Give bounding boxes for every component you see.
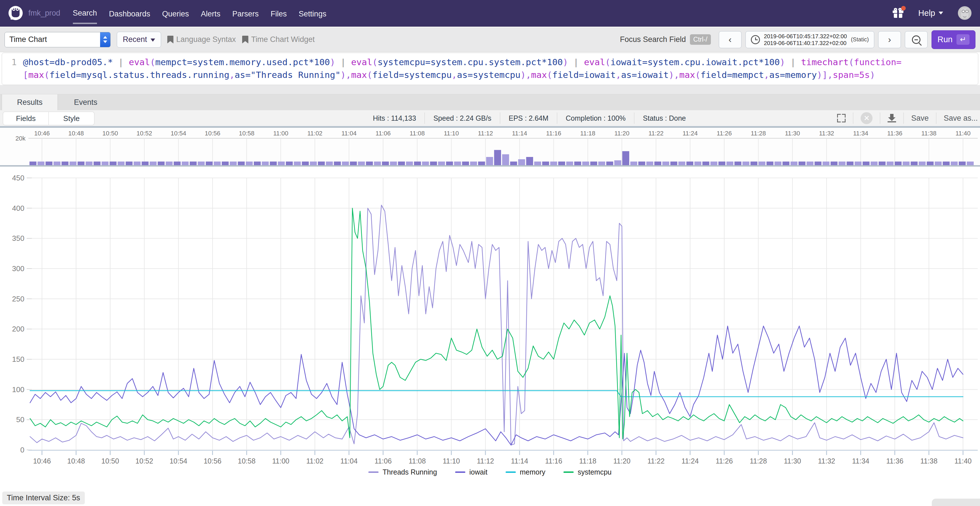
- histogram-bar[interactable]: [366, 162, 373, 165]
- histogram-bar[interactable]: [430, 162, 437, 165]
- histogram-bar[interactable]: [326, 162, 333, 165]
- nav-item-parsers[interactable]: Parsers: [232, 3, 259, 24]
- histogram-bar[interactable]: [943, 162, 950, 165]
- histogram-bar[interactable]: [638, 162, 645, 165]
- download-icon[interactable]: [888, 114, 896, 122]
- whats-new-gift-icon[interactable]: [892, 8, 904, 18]
- repository-name[interactable]: fmk_prod: [29, 9, 60, 17]
- histogram-bar[interactable]: [182, 162, 189, 165]
- histogram-bar[interactable]: [879, 162, 886, 165]
- histogram-bar[interactable]: [214, 162, 221, 165]
- histogram-bar[interactable]: [438, 162, 445, 165]
- histogram-bar[interactable]: [727, 162, 733, 165]
- histogram-bar[interactable]: [30, 162, 37, 165]
- histogram-bar[interactable]: [238, 162, 245, 165]
- histogram-bar[interactable]: [518, 159, 525, 165]
- histogram-bar[interactable]: [158, 162, 165, 165]
- histogram-bar[interactable]: [759, 162, 765, 165]
- histogram-bar[interactable]: [847, 162, 854, 165]
- histogram-bar[interactable]: [582, 162, 589, 165]
- histogram-bar[interactable]: [126, 162, 133, 165]
- nav-item-dashboards[interactable]: Dashboards: [109, 3, 150, 24]
- histogram-bar[interactable]: [37, 162, 45, 165]
- histogram-bar[interactable]: [310, 162, 317, 165]
- histogram-bar[interactable]: [630, 162, 638, 165]
- recent-queries-button[interactable]: Recent: [117, 32, 161, 48]
- histogram-bar[interactable]: [542, 162, 549, 165]
- histogram-bar[interactable]: [911, 162, 918, 165]
- histogram-bar[interactable]: [951, 162, 958, 165]
- histogram-bar[interactable]: [815, 162, 822, 165]
- histogram-bar[interactable]: [919, 162, 926, 165]
- histogram-bar[interactable]: [895, 162, 902, 165]
- histogram-bar[interactable]: [118, 162, 125, 165]
- histogram-bar[interactable]: [838, 162, 846, 165]
- histogram-bar[interactable]: [783, 162, 790, 165]
- user-avatar[interactable]: [958, 6, 972, 20]
- histogram-bar[interactable]: [222, 162, 229, 165]
- histogram-bar[interactable]: [687, 162, 694, 165]
- histogram-bar[interactable]: [534, 162, 541, 165]
- histogram-bar[interactable]: [855, 162, 862, 165]
- histogram-bar[interactable]: [566, 162, 573, 165]
- histogram-bar[interactable]: [935, 162, 942, 165]
- query-line-1[interactable]: @host=db-prod05.* | eval(mempct=system.m…: [23, 56, 902, 68]
- histogram-bar[interactable]: [694, 162, 702, 165]
- histogram-bar[interactable]: [278, 162, 285, 165]
- histogram-bar[interactable]: [494, 150, 501, 165]
- histogram-bar[interactable]: [887, 162, 894, 165]
- histogram-bar[interactable]: [374, 162, 381, 165]
- histogram-bar[interactable]: [735, 162, 741, 165]
- histogram-bar[interactable]: [102, 162, 108, 165]
- histogram-bar[interactable]: [198, 162, 205, 165]
- tab-events[interactable]: Events: [58, 94, 113, 110]
- histogram-bar[interactable]: [719, 162, 725, 165]
- histogram-bar[interactable]: [927, 162, 934, 165]
- histogram-bar[interactable]: [54, 162, 61, 165]
- histogram-bar[interactable]: [94, 162, 101, 165]
- histogram-bar[interactable]: [62, 162, 68, 165]
- histogram-bar[interactable]: [558, 162, 565, 165]
- fields-button[interactable]: Fields: [3, 112, 49, 125]
- histogram-bar[interactable]: [598, 162, 605, 165]
- histogram-bar[interactable]: [870, 162, 878, 165]
- histogram-bar[interactable]: [390, 162, 397, 165]
- histogram-bar[interactable]: [230, 162, 237, 165]
- histogram-bar[interactable]: [86, 162, 93, 165]
- histogram-bar[interactable]: [406, 162, 413, 165]
- histogram-bar[interactable]: [462, 162, 469, 165]
- fullscreen-icon[interactable]: [837, 114, 846, 122]
- histogram-bar[interactable]: [246, 162, 253, 165]
- cancel-query-icon[interactable]: ✕: [861, 112, 873, 124]
- histogram-bar[interactable]: [967, 162, 974, 165]
- time-chart[interactable]: 10:4610:4810:5010:5210:5410:5610:5811:00…: [0, 167, 980, 468]
- histogram-bar[interactable]: [302, 162, 309, 165]
- histogram-bar[interactable]: [622, 151, 630, 165]
- histogram-bar[interactable]: [959, 162, 966, 165]
- histogram-bar[interactable]: [262, 162, 269, 165]
- tab-results[interactable]: Results: [2, 94, 58, 110]
- histogram-bar[interactable]: [318, 162, 325, 165]
- histogram-bar[interactable]: [382, 162, 389, 165]
- histogram-bar[interactable]: [350, 162, 357, 165]
- nav-item-search[interactable]: Search: [73, 2, 97, 24]
- histogram-bar[interactable]: [486, 157, 493, 165]
- nav-item-alerts[interactable]: Alerts: [201, 3, 220, 24]
- histogram-bar[interactable]: [454, 162, 461, 165]
- nav-item-queries[interactable]: Queries: [162, 3, 189, 24]
- view-type-select[interactable]: Time Chart: [5, 32, 111, 47]
- time-forward-button[interactable]: ›: [878, 31, 901, 48]
- histogram-bar[interactable]: [862, 162, 870, 165]
- zoom-out-button[interactable]: [905, 31, 928, 48]
- histogram-bar[interactable]: [422, 162, 429, 165]
- run-button[interactable]: Run ↵: [932, 30, 975, 49]
- histogram-bar[interactable]: [334, 162, 341, 165]
- histogram-bar[interactable]: [550, 162, 557, 165]
- histogram-bar[interactable]: [751, 162, 758, 165]
- histogram-bar[interactable]: [398, 162, 405, 165]
- histogram-bar[interactable]: [791, 162, 798, 165]
- histogram-bar[interactable]: [478, 162, 485, 165]
- histogram-bar[interactable]: [342, 162, 349, 165]
- histogram-bar[interactable]: [294, 162, 301, 165]
- help-menu[interactable]: Help: [918, 8, 943, 18]
